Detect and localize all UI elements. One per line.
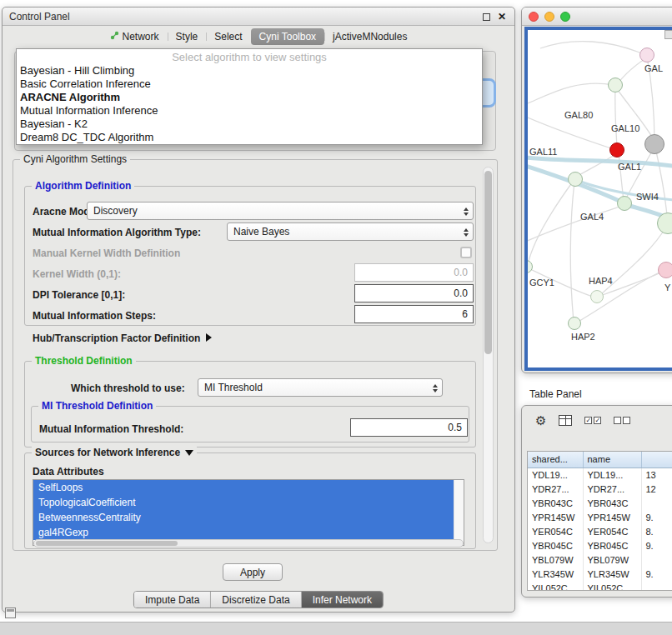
network-node[interactable] <box>568 172 583 187</box>
table-cell: YIL052C <box>583 581 641 591</box>
attribute-item[interactable]: BetweennessCentrality <box>33 510 454 525</box>
group-title: Algorithm Definition <box>32 180 134 192</box>
selected-value: Naive Bayes <box>233 226 289 238</box>
table-cell: 13 <box>641 468 672 482</box>
table-row[interactable]: YDL19...YDL19...13 <box>528 468 672 482</box>
attribute-item[interactable]: TopologicalCoefficient <box>33 495 454 510</box>
column-header[interactable]: name <box>583 452 641 468</box>
minimize-icon[interactable] <box>483 13 490 21</box>
mi-threshold-field[interactable]: 0.5 <box>350 418 468 437</box>
control-panel-titlebar[interactable]: Control Panel ✕ <box>3 8 514 26</box>
data-attributes-list[interactable]: SelfLoopsTopologicalCoefficientBetweenne… <box>33 479 464 546</box>
table-row[interactable]: YPR145WYPR145W9. <box>528 510 672 524</box>
manual-kernel-checkbox[interactable] <box>460 247 472 258</box>
list-horizontal-scrollbar[interactable] <box>33 539 464 548</box>
tab-discretize-data[interactable]: Discretize Data <box>210 592 300 608</box>
tab-impute-data[interactable]: Impute Data <box>134 592 210 608</box>
selected-value: MI Threshold <box>204 382 263 393</box>
algorithm-option[interactable]: Bayesian - K2 <box>17 118 482 131</box>
control-panel-tabbar: Network Style Select Cyni Toolbox jActiv… <box>3 26 514 48</box>
collapsed-panel-icon[interactable] <box>5 608 16 618</box>
network-node[interactable] <box>658 262 672 278</box>
scrollbar-thumb[interactable] <box>484 171 492 354</box>
table-row[interactable]: YER054CYER054C8. <box>528 524 672 538</box>
network-node-label: Y <box>664 282 670 292</box>
table-cell: YBL079W <box>583 552 641 567</box>
dpi-tolerance-field[interactable]: 0.0 <box>354 284 474 302</box>
window-title: Control Panel <box>9 11 70 22</box>
table-cell: YER054C <box>528 524 583 538</box>
select-all-icon[interactable]: ✓✓ <box>584 417 601 424</box>
table-cell: 8. <box>641 524 672 538</box>
mi-steps-field[interactable]: 6 <box>354 305 474 323</box>
tab-infer-network[interactable]: Infer Network <box>301 592 383 608</box>
kernel-width-field[interactable]: 0.0 <box>354 263 474 282</box>
network-node[interactable] <box>617 196 632 211</box>
tab-label: Cyni Toolbox <box>259 31 316 42</box>
mi-type-select[interactable]: Naive Bayes <box>227 222 474 241</box>
tab-style[interactable]: Style <box>168 28 207 45</box>
table-cell: YDL19... <box>528 468 583 482</box>
table-row[interactable]: YBR045CYBR045C9. <box>528 538 672 552</box>
table-cell: YDL19... <box>583 468 641 482</box>
network-window-titlebar[interactable] <box>522 8 672 26</box>
minimize-button[interactable] <box>544 12 554 22</box>
manual-kernel-label: Manual Kernel Width Definition <box>33 248 180 259</box>
table-panel-window: ⚙ ✓✓ shared... name YDL19...YDL19...13YD… <box>521 405 672 598</box>
control-panel-window: Control Panel ✕ Network Style Select Cyn… <box>2 7 515 612</box>
network-node-label: HAP2 <box>571 332 595 342</box>
node-table[interactable]: shared... name YDL19...YDL19...13YDR27..… <box>527 451 672 591</box>
table-row[interactable]: YBR043CYBR043C <box>528 496 672 510</box>
table-row[interactable]: YLR345WYLR345W9. <box>528 567 672 581</box>
network-node[interactable] <box>590 290 604 303</box>
network-node[interactable] <box>568 317 581 330</box>
column-header[interactable]: shared... <box>528 452 583 468</box>
close-icon[interactable]: ✕ <box>498 11 506 22</box>
list-scrollbar[interactable] <box>454 480 464 545</box>
gear-icon[interactable]: ⚙ <box>535 414 546 427</box>
algorithm-option[interactable]: ARACNE Algorithm <box>17 91 482 104</box>
dpi-tolerance-label: DPI Tolerance [0,1]: <box>33 289 125 301</box>
network-node-label: GAL <box>644 63 663 73</box>
tab-select[interactable]: Select <box>206 28 250 45</box>
bottom-tabbar: Impute Data Discretize Data Infer Networ… <box>133 591 384 608</box>
network-node[interactable] <box>608 78 623 92</box>
sources-section-toggle[interactable]: Sources for Network Inference <box>32 447 197 458</box>
network-node[interactable] <box>609 142 624 158</box>
network-node[interactable] <box>639 48 654 62</box>
table-cell: YBR045C <box>528 538 583 552</box>
scrollbar-thumb[interactable] <box>36 541 178 546</box>
zoom-button[interactable] <box>560 12 570 22</box>
column-header[interactable] <box>641 452 672 468</box>
attribute-item[interactable]: gal4RGexp <box>33 525 454 540</box>
aracne-mode-select[interactable]: Discovery <box>87 202 474 220</box>
table-row[interactable]: YBL079WYBL079W <box>528 552 672 567</box>
tab-cyni-toolbox[interactable]: Cyni Toolbox <box>251 28 324 45</box>
table-cell: 9. <box>641 567 672 581</box>
table-cell <box>641 581 672 591</box>
attribute-item[interactable]: SelfLoops <box>33 480 454 495</box>
columns-icon[interactable] <box>559 415 572 426</box>
algorithm-option[interactable]: Basic Correlation Inference <box>17 78 482 91</box>
close-button[interactable] <box>529 12 539 22</box>
deselect-all-icon[interactable] <box>614 417 630 424</box>
table-row[interactable]: YDR27...YDR27...12 <box>528 482 672 496</box>
tab-network[interactable]: Network <box>102 28 168 45</box>
network-canvas[interactable]: GALGAL80GAL10GAL11GAL1SWI4GAL4GCY1HAP4HA… <box>524 27 672 371</box>
hub-section-toggle[interactable]: Hub/Transcription Factor Definition <box>33 332 212 344</box>
apply-button[interactable]: Apply <box>223 563 283 581</box>
tab-label: Select <box>214 31 242 42</box>
algorithm-option[interactable]: Bayesian - Hill Climbing <box>17 64 482 78</box>
table-cell: YBR045C <box>583 538 641 552</box>
tab-jactivemodules[interactable]: jActiveMNodules <box>324 28 415 45</box>
settings-scrollbar[interactable] <box>483 167 494 543</box>
algorithm-option[interactable]: Mutual Information Inference <box>17 104 482 118</box>
network-node-label: GAL10 <box>611 123 639 133</box>
algorithm-option[interactable]: Dream8 DC_TDC Algorithm <box>17 131 482 144</box>
table-row[interactable]: YIL052CYIL052C <box>528 581 672 591</box>
canvas-scroll-corner <box>664 30 672 39</box>
expand-arrow-icon <box>206 333 212 342</box>
mi-type-label: Mutual Information Algorithm Type: <box>33 227 201 238</box>
network-node[interactable] <box>644 134 664 154</box>
which-threshold-select[interactable]: MI Threshold <box>198 378 443 397</box>
